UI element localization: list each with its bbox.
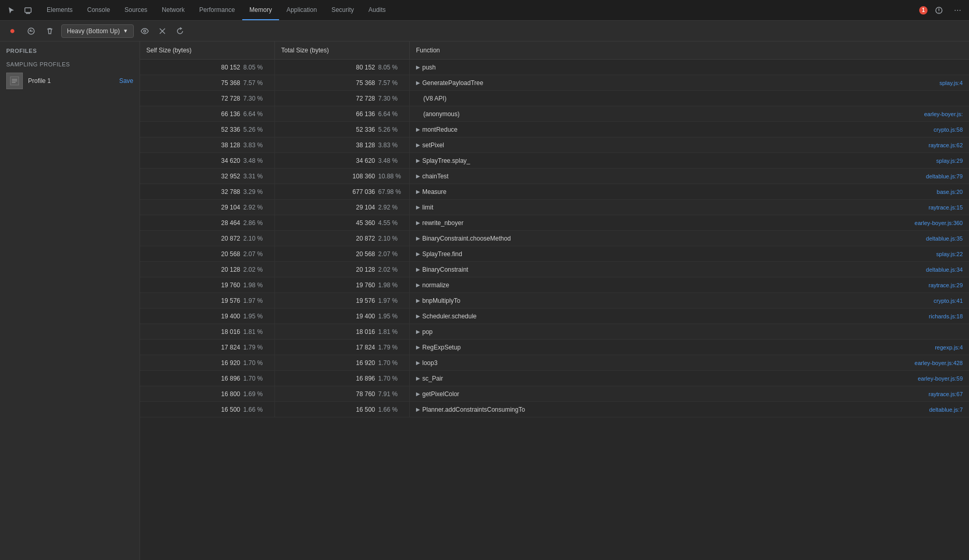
table-row[interactable]: 20 8722.10 %20 8722.10 %▶BinaryConstrain… bbox=[140, 231, 969, 246]
source-link[interactable]: regexp.js:4 bbox=[935, 344, 963, 351]
tab-sources[interactable]: Sources bbox=[117, 0, 155, 20]
source-link[interactable]: raytrace.js:29 bbox=[929, 282, 963, 288]
expand-arrow-icon: ▶ bbox=[416, 204, 420, 210]
expand-arrow-icon: ▶ bbox=[416, 158, 420, 163]
error-circle: 1 bbox=[919, 6, 928, 15]
source-link[interactable]: raytrace.js:15 bbox=[929, 204, 963, 211]
expand-arrow-icon: ▶ bbox=[416, 80, 420, 86]
feedback-icon[interactable] bbox=[932, 3, 946, 18]
table-row[interactable]: 80 1528.05 %80 1528.05 %▶push bbox=[140, 60, 969, 75]
tab-performance[interactable]: Performance bbox=[192, 0, 242, 20]
cell-total-size: 17 8241.79 % bbox=[275, 340, 410, 355]
cell-function: ▶loop3earley-boyer.js:428 bbox=[410, 355, 969, 370]
source-link[interactable]: earley-boyer.js:59 bbox=[918, 375, 963, 382]
source-link[interactable]: crypto.js:58 bbox=[934, 127, 963, 133]
tab-network[interactable]: Network bbox=[155, 0, 192, 20]
record-button[interactable]: ● bbox=[5, 24, 20, 38]
source-link[interactable]: earley-boyer.js:428 bbox=[915, 360, 963, 366]
source-link[interactable]: deltablue.js:79 bbox=[926, 173, 963, 179]
save-link[interactable]: Save bbox=[119, 77, 133, 85]
table-row[interactable]: 19 5761.97 %19 5761.97 %▶bnpMultiplyTocr… bbox=[140, 293, 969, 309]
stop-button[interactable] bbox=[24, 24, 38, 38]
source-link[interactable]: crypto.js:41 bbox=[934, 298, 963, 304]
table-row[interactable]: 32 9523.31 %108 36010.88 %▶chainTestdelt… bbox=[140, 169, 969, 184]
tab-application[interactable]: Application bbox=[279, 0, 324, 20]
source-link[interactable]: raytrace.js:67 bbox=[929, 391, 963, 397]
table-row[interactable]: 19 4001.95 %19 4001.95 %▶Scheduler.sched… bbox=[140, 309, 969, 324]
tab-memory[interactable]: Memory bbox=[242, 0, 279, 20]
table-row[interactable]: 16 5001.66 %16 5001.66 %▶Planner.addCons… bbox=[140, 402, 969, 417]
table-row[interactable]: 20 1282.02 %20 1282.02 %▶BinaryConstrain… bbox=[140, 262, 969, 277]
table-row[interactable]: 38 1283.83 %38 1283.83 %▶setPixelraytrac… bbox=[140, 137, 969, 153]
nav-icons bbox=[4, 3, 35, 18]
main-area: Profiles SAMPLING PROFILES Profile 1 Sav… bbox=[0, 41, 969, 560]
more-options-icon[interactable]: ⋯ bbox=[950, 3, 965, 18]
profile-icon bbox=[6, 73, 23, 89]
function-name: BinaryConstraint bbox=[422, 266, 468, 273]
profile-1-item[interactable]: Profile 1 Save bbox=[0, 69, 140, 92]
close-button[interactable] bbox=[156, 24, 169, 38]
device-icon[interactable] bbox=[21, 3, 35, 18]
cell-function: ▶getPixelColorraytrace.js:67 bbox=[410, 386, 969, 401]
table-row[interactable]: 32 7883.29 %677 03667.98 %▶Measurebase.j… bbox=[140, 184, 969, 200]
cursor-icon[interactable] bbox=[4, 3, 19, 18]
expand-arrow-icon: ▶ bbox=[416, 313, 420, 319]
svg-rect-0 bbox=[25, 8, 31, 12]
table-row[interactable]: 66 1366.64 %66 1366.64 %(anonymous)earle… bbox=[140, 106, 969, 122]
source-link[interactable]: deltablue.js:35 bbox=[926, 235, 963, 242]
table-row[interactable]: 75 3687.57 %75 3687.57 %▶GeneratePayload… bbox=[140, 75, 969, 91]
source-link[interactable]: richards.js:18 bbox=[929, 313, 963, 319]
eye-button[interactable] bbox=[138, 24, 151, 38]
cell-total-size: 16 5001.66 % bbox=[275, 402, 410, 417]
source-link[interactable]: splay.js:29 bbox=[936, 158, 963, 164]
table-row[interactable]: 16 8001.69 %78 7607.91 %▶getPixelColorra… bbox=[140, 386, 969, 402]
source-link[interactable]: earley-boyer.js:360 bbox=[915, 220, 963, 226]
tab-elements[interactable]: Elements bbox=[39, 0, 80, 20]
table-row[interactable]: 16 9201.70 %16 9201.70 %▶loop3earley-boy… bbox=[140, 355, 969, 371]
table-row[interactable]: 28 4642.86 %45 3604.55 %▶rewrite_nboyere… bbox=[140, 215, 969, 231]
cell-total-size: 45 3604.55 % bbox=[275, 215, 410, 230]
tab-audits[interactable]: Audits bbox=[361, 0, 393, 20]
trash-button[interactable] bbox=[43, 24, 57, 38]
table-row[interactable]: 52 3365.26 %52 3365.26 %▶montReducecrypt… bbox=[140, 122, 969, 137]
source-link[interactable]: base.js:20 bbox=[937, 189, 963, 195]
expand-arrow-icon: ▶ bbox=[416, 329, 420, 334]
source-link[interactable]: deltablue.js:34 bbox=[926, 267, 963, 273]
cell-function: ▶pop bbox=[410, 324, 969, 339]
expand-arrow-icon: ▶ bbox=[416, 391, 420, 397]
cell-self-size: 19 4001.95 % bbox=[140, 309, 275, 324]
function-name: loop3 bbox=[422, 359, 437, 367]
function-name: Planner.addConstraintsConsumingTo bbox=[422, 406, 525, 413]
tab-console[interactable]: Console bbox=[80, 0, 117, 20]
function-name: getPixelColor bbox=[422, 390, 459, 398]
source-link[interactable]: splay.js:22 bbox=[936, 251, 963, 257]
source-link[interactable]: raytrace.js:62 bbox=[929, 142, 963, 148]
source-link[interactable]: deltablue.js:7 bbox=[929, 407, 963, 413]
table-header: Self Size (bytes) Total Size (bytes) Fun… bbox=[140, 41, 969, 60]
table-row[interactable]: 18 0161.81 %18 0161.81 %▶pop bbox=[140, 324, 969, 340]
source-link[interactable]: earley-boyer.js: bbox=[924, 111, 963, 117]
cell-total-size: 52 3365.26 % bbox=[275, 122, 410, 137]
cell-total-size: 19 5761.97 % bbox=[275, 293, 410, 308]
table-row[interactable]: 19 7601.98 %19 7601.98 %▶normalizeraytra… bbox=[140, 277, 969, 293]
table-row[interactable]: 34 6203.48 %34 6203.48 %▶SplayTree.splay… bbox=[140, 153, 969, 169]
cell-function: ▶normalizeraytrace.js:29 bbox=[410, 277, 969, 292]
cell-total-size: 16 9201.70 % bbox=[275, 355, 410, 370]
function-name: rewrite_nboyer bbox=[422, 219, 463, 227]
table-row[interactable]: 16 8961.70 %16 8961.70 %▶sc_Pairearley-b… bbox=[140, 371, 969, 386]
table-row[interactable]: 29 1042.92 %29 1042.92 %▶limitraytrace.j… bbox=[140, 200, 969, 215]
refresh-button[interactable] bbox=[173, 24, 187, 38]
function-name: SplayTree.splay_ bbox=[422, 157, 470, 164]
view-dropdown[interactable]: Heavy (Bottom Up) ▼ bbox=[61, 24, 134, 38]
cell-self-size: 28 4642.86 % bbox=[140, 215, 275, 230]
cell-total-size: 677 03667.98 % bbox=[275, 184, 410, 199]
sampling-profiles-label: SAMPLING PROFILES bbox=[0, 57, 140, 69]
sidebar: Profiles SAMPLING PROFILES Profile 1 Sav… bbox=[0, 41, 140, 560]
table-row[interactable]: 17 8241.79 %17 8241.79 %▶RegExpSetuprege… bbox=[140, 340, 969, 355]
tab-security[interactable]: Security bbox=[324, 0, 361, 20]
table-row[interactable]: 72 7287.30 %72 7287.30 %(V8 API) bbox=[140, 91, 969, 106]
table-row[interactable]: 20 5682.07 %20 5682.07 %▶SplayTree.finds… bbox=[140, 246, 969, 262]
error-badge[interactable]: 1 bbox=[919, 6, 928, 15]
cell-self-size: 32 7883.29 % bbox=[140, 184, 275, 199]
source-link[interactable]: splay.js:4 bbox=[939, 80, 963, 86]
